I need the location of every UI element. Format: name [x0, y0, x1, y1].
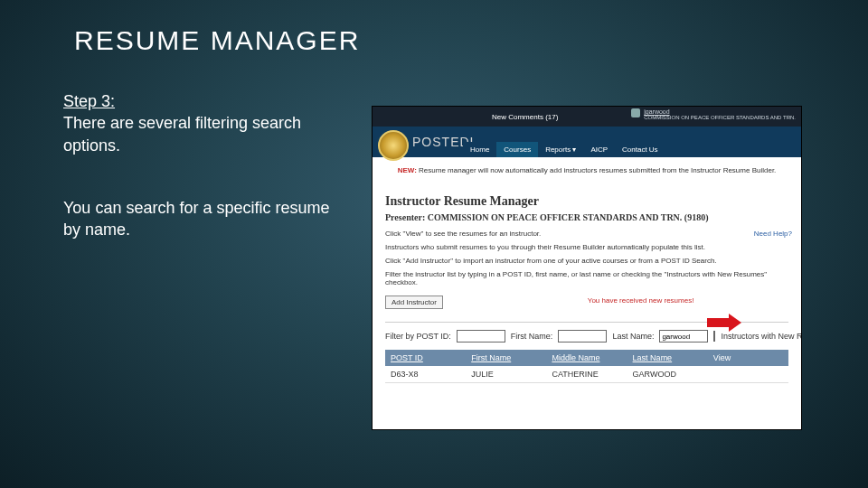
add-instructor-button[interactable]: Add Instructor [385, 296, 443, 309]
news-prefix: NEW: [398, 166, 417, 174]
step-label: Step 3: [63, 92, 115, 110]
th-last[interactable]: Last Name [627, 350, 708, 366]
username: jgarwood [644, 108, 796, 115]
new-resumes-msg: You have received new resumes! [588, 296, 694, 305]
table-header: POST ID First Name Middle Name Last Name… [385, 350, 788, 366]
filter-new-resumes-label: Instructors with New Resumes [721, 332, 801, 341]
bullet-1: Click "View" to see the resumes for an i… [385, 230, 788, 238]
nav-contact[interactable]: Contact Us [615, 142, 665, 157]
filter-postid-label: Filter by POST ID: [385, 332, 451, 341]
app-topbar: New Comments (17) jgarwood COMMISSION ON… [373, 107, 801, 127]
filter-first-input[interactable] [558, 330, 607, 343]
avatar-icon [631, 108, 640, 117]
nav-reports[interactable]: Reports ▾ [538, 142, 583, 157]
news-text: Resume manager will now automatically ad… [419, 166, 776, 174]
bullet-3: Click "Add Instructor" to import an inst… [385, 257, 788, 265]
main-nav: Home Courses Reports ▾ AICP Contact Us [463, 142, 665, 157]
th-first[interactable]: First Name [466, 350, 546, 366]
instruction-list: Click "View" to see the resumes for an i… [385, 230, 788, 286]
badge-icon [378, 130, 409, 161]
th-view: View [708, 350, 788, 366]
table-row: D63-X8 JULIE CATHERINE GARWOOD [385, 366, 788, 383]
nav-home[interactable]: Home [463, 142, 496, 157]
cell-postid: D63-X8 [385, 366, 466, 382]
need-help-link[interactable]: Need Help? [754, 230, 792, 238]
nav-aicp[interactable]: AICP [583, 142, 615, 157]
app-header: POSTEDI Home Courses Reports ▾ AICP Cont… [373, 127, 801, 157]
app-screenshot: New Comments (17) jgarwood COMMISSION ON… [373, 107, 801, 429]
th-postid[interactable]: POST ID [385, 350, 466, 366]
callout-arrow-icon [707, 318, 731, 327]
filter-postid-input[interactable] [457, 330, 505, 343]
step-text: There are several filtering search optio… [63, 114, 301, 154]
bullet-4: Filter the instructor list by typing in … [385, 270, 788, 286]
cell-last: GARWOOD [627, 366, 708, 382]
results-table: POST ID First Name Middle Name Last Name… [385, 350, 788, 383]
step-block: Step 3: There are several filtering sear… [63, 90, 335, 156]
filter-last-label: Last Name: [612, 332, 654, 341]
new-comments-link[interactable]: New Comments (17) [492, 113, 558, 121]
app-content: NEW: Resume manager will now automatical… [373, 157, 801, 383]
presenter-line: Presenter: COMMISSION ON PEACE OFFICER S… [385, 212, 788, 222]
news-banner: NEW: Resume manager will now automatical… [385, 166, 788, 174]
cell-first: JULIE [466, 366, 546, 382]
step-note: You can search for a specific resume by … [63, 197, 335, 241]
user-block: jgarwood COMMISSION ON PEACE OFFICER STA… [631, 108, 796, 120]
bullet-2: Instructors who submit resumes to you th… [385, 243, 788, 251]
cell-middle: CATHERINE [546, 366, 627, 382]
slide-title: RESUME MANAGER [74, 25, 360, 56]
filter-last-input[interactable] [659, 330, 708, 343]
page-heading: Instructor Resume Manager [385, 194, 788, 209]
th-middle[interactable]: Middle Name [546, 350, 627, 366]
nav-courses[interactable]: Courses [496, 142, 538, 157]
cell-view[interactable] [708, 366, 788, 382]
brand-main: POST [412, 135, 450, 149]
filter-new-resumes-checkbox[interactable] [713, 331, 715, 342]
user-role: COMMISSION ON PEACE OFFICER STANDARDS AN… [644, 115, 796, 120]
filter-first-label: First Name: [511, 332, 553, 341]
